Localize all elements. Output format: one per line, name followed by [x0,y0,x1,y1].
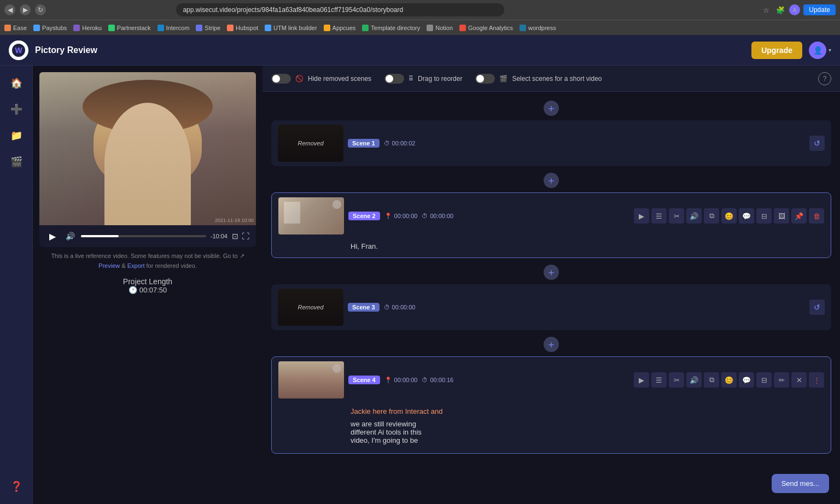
bookmark-heroku[interactable]: Heroku [73,25,101,31]
scene-2-position: 📍 00:00:00 [384,213,418,220]
scene-4-volume-btn[interactable]: 🔊 [686,372,702,388]
scene-2-play-btn[interactable]: ▶ [634,208,649,224]
scene-4-delete-btn[interactable]: ⋮ [809,372,824,388]
ease-favicon [4,25,11,31]
scene-1-meta-top: Scene 1 ⏱ 00:00:02 [348,139,805,148]
scene-4-caption-btn[interactable]: 💬 [739,372,754,388]
avatar[interactable]: 👤 [809,42,826,59]
position-icon-2: 📍 [384,213,392,220]
scene-2-caption-btn[interactable]: 💬 [739,208,754,224]
back-btn[interactable]: ◀ [4,4,15,15]
home-icon: 🏠 [10,77,22,89]
hide-removed-label: Hide removed scenes [308,75,371,83]
bookmark-hubspot[interactable]: Hubspot [227,25,258,31]
scene-4-list-btn[interactable]: ☰ [651,372,667,388]
help-button[interactable]: ? [818,72,831,85]
update-button[interactable]: Update [803,4,836,15]
stripe-favicon [196,25,202,31]
export-link[interactable]: Export [127,262,145,269]
url-text: app.wisecut.video/projects/984fa1a63af84… [183,6,403,14]
bookmark-icon[interactable]: ☆ [761,4,772,15]
bookmarks-bar: Ease Paystubs Heroku Partnerstack Interc… [0,20,840,35]
scene-3-restore-button[interactable]: ↺ [809,300,825,315]
project-length-time: 00:07:50 [139,286,167,294]
send-message-button[interactable]: Send mes... [772,474,829,493]
position-icon-4: 📍 [384,377,392,384]
scene-2-volume-btn[interactable]: 🔊 [686,208,702,224]
upgrade-button[interactable]: Upgrade [751,42,802,59]
bookmark-ga[interactable]: Google Analytics [459,25,513,31]
sidebar-item-folder[interactable]: 📁 [5,125,27,146]
scene-2-scissors-btn[interactable]: ✂ [669,208,684,224]
notion-favicon [427,25,433,31]
bookmark-utm[interactable]: UTM link builder [265,25,317,31]
bookmark-ease[interactable]: Ease [4,25,27,31]
bookmark-partnerstack[interactable]: Partnerstack [108,25,151,31]
scene-2-subtitle-btn[interactable]: ⊟ [756,208,772,224]
scene-2-list-btn[interactable]: ☰ [651,208,667,224]
play-button[interactable]: ▶ [46,230,59,243]
scene-2-pin-btn[interactable]: 📌 [791,208,807,224]
bookmark-partnerstack-label: Partnerstack [117,25,151,31]
picture-in-picture-btn[interactable]: ⊡ [232,232,238,241]
scene-2-delete-btn[interactable]: 🗑 [809,208,824,224]
scene-2-image-btn[interactable]: 🖼 [774,208,789,224]
video-controls: ▶ 🔊 -10:04 ⊡ ⛶ [39,225,256,247]
refresh-btn[interactable]: ↻ [35,4,46,15]
avatar-chevron-icon[interactable]: ▾ [829,47,831,53]
volume-button[interactable]: 🔊 [63,230,77,243]
scene-4-close-btn[interactable]: ✕ [791,372,807,388]
forward-btn[interactable]: ▶ [20,4,31,15]
scene-4-play-btn[interactable]: ▶ [634,372,649,388]
scene-4-subtitle-btn[interactable]: ⊟ [756,372,772,388]
bookmark-stripe[interactable]: Stripe [196,25,220,31]
bookmark-ease-label: Ease [13,25,27,31]
sidebar-item-help[interactable]: ❓ [5,476,27,497]
heroku-favicon [73,25,80,31]
add-scene-button-1-2[interactable]: ＋ [544,173,559,188]
removed-label-3: Removed [298,304,323,310]
url-bar[interactable]: app.wisecut.video/projects/984fa1a63af84… [176,3,504,16]
scene-4-edit-btn[interactable]: ✏ [774,372,789,388]
extensions-icon[interactable]: 🧩 [775,4,786,15]
app-logo[interactable]: W [9,40,28,60]
sidebar-item-home[interactable]: 🏠 [5,72,27,94]
scene-4-scissors-btn[interactable]: ✂ [669,372,684,388]
add-scene-button-2-3[interactable]: ＋ [544,265,559,280]
scene-4-transcript: Jackie here from Interact and we are sti… [351,405,824,447]
scene-3-duration: 00:00:00 [392,304,416,310]
fullscreen-btn[interactable]: ⛶ [242,232,249,241]
sidebar-item-media[interactable]: 🎬 [5,151,27,173]
progress-bar[interactable] [81,235,206,237]
select-short-toggle[interactable] [475,74,495,84]
drag-reorder-toggle[interactable] [384,74,404,84]
film-icon: 🎬 [499,75,508,83]
scene-1-meta: Scene 1 ⏱ 00:00:02 [348,139,805,148]
sidebar-item-add[interactable]: ➕ [5,98,27,120]
profile-icon[interactable]: A [789,4,800,15]
bookmark-appcues[interactable]: Appcues [324,25,356,31]
add-scene-button-top[interactable]: ＋ [544,101,559,116]
scene-2-copy-btn[interactable]: ⧉ [704,208,719,224]
bookmark-template[interactable]: Template directory [362,25,420,31]
scene-2-duration: ⏱ 00:00:00 [422,213,453,219]
video-placeholder: 2021-11-19 10:00 [39,72,256,225]
scene-4-emoji-btn[interactable]: 😊 [721,372,737,388]
scene-1-restore-button[interactable]: ↺ [809,136,825,151]
video-container: 2021-11-19 10:00 ▶ 🔊 -10:04 ⊡ ⛶ [39,72,256,247]
scene-2-emoji-btn[interactable]: 😊 [721,208,737,224]
bookmark-intercom[interactable]: Intercom [158,25,190,31]
bookmark-paystubs[interactable]: Paystubs [33,25,67,31]
preview-link[interactable]: Preview [98,262,120,269]
bookmark-wordpress[interactable]: wordpress [520,25,556,31]
ga-favicon [459,25,466,31]
add-scene-button-3-4[interactable]: ＋ [544,337,559,352]
scene-4-thumbnail [278,361,344,398]
scene-4-transcript-rest: we are still reviewing different Ai tool… [351,418,824,447]
scene-4-copy-btn[interactable]: ⧉ [704,372,719,388]
scene-3-removed-overlay: Removed [278,289,343,326]
hide-removed-toggle[interactable] [271,74,291,84]
bookmark-notion[interactable]: Notion [427,25,453,31]
clock-icon-2: ⏱ [422,213,428,219]
clock-icon-1: ⏱ [384,140,390,146]
